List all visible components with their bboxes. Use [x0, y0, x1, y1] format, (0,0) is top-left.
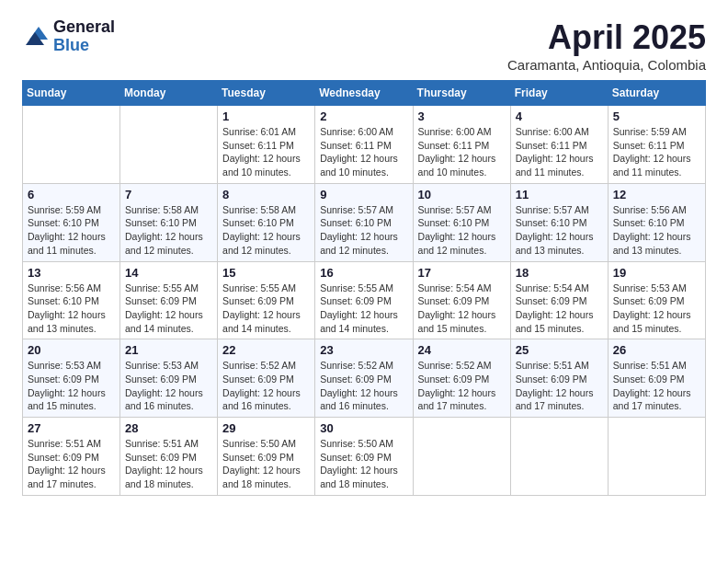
calendar-cell: 15Sunrise: 5:55 AM Sunset: 6:09 PM Dayli…	[218, 261, 315, 339]
day-number: 12	[613, 188, 700, 201]
day-number: 29	[222, 421, 310, 435]
day-info: Sunrise: 6:00 AM Sunset: 6:11 PM Dayligh…	[418, 125, 506, 179]
calendar-cell: 7Sunrise: 5:58 AM Sunset: 6:10 PM Daylig…	[120, 183, 218, 261]
day-number: 6	[28, 188, 115, 201]
weekday-header: Monday	[120, 81, 218, 106]
day-info: Sunrise: 5:59 AM Sunset: 6:10 PM Dayligh…	[28, 203, 115, 258]
day-info: Sunrise: 6:01 AM Sunset: 6:11 PM Dayligh…	[222, 125, 310, 179]
calendar-cell: 23Sunrise: 5:52 AM Sunset: 6:09 PM Dayli…	[315, 339, 413, 418]
day-number: 5	[613, 109, 700, 123]
day-number: 18	[516, 266, 603, 280]
calendar-cell: 29Sunrise: 5:50 AM Sunset: 6:09 PM Dayli…	[218, 418, 315, 496]
day-number: 24	[418, 343, 506, 357]
calendar-week-row: 20Sunrise: 5:53 AM Sunset: 6:09 PM Dayli…	[23, 339, 706, 418]
calendar-cell: 28Sunrise: 5:51 AM Sunset: 6:09 PM Dayli…	[120, 418, 218, 496]
day-info: Sunrise: 5:58 AM Sunset: 6:10 PM Dayligh…	[125, 203, 212, 258]
day-info: Sunrise: 5:53 AM Sunset: 6:09 PM Dayligh…	[125, 359, 212, 413]
calendar-cell: 1Sunrise: 6:01 AM Sunset: 6:11 PM Daylig…	[218, 106, 315, 184]
weekday-header: Thursday	[413, 81, 510, 106]
day-info: Sunrise: 6:00 AM Sunset: 6:11 PM Dayligh…	[320, 125, 407, 179]
calendar-week-row: 13Sunrise: 5:56 AM Sunset: 6:10 PM Dayli…	[23, 261, 706, 339]
day-info: Sunrise: 5:59 AM Sunset: 6:11 PM Dayligh…	[613, 125, 700, 179]
calendar-cell: 8Sunrise: 5:58 AM Sunset: 6:10 PM Daylig…	[218, 183, 315, 261]
calendar-cell: 26Sunrise: 5:51 AM Sunset: 6:09 PM Dayli…	[608, 339, 705, 418]
day-info: Sunrise: 5:52 AM Sunset: 6:09 PM Dayligh…	[222, 359, 310, 413]
day-number: 28	[125, 421, 212, 435]
day-info: Sunrise: 5:53 AM Sunset: 6:09 PM Dayligh…	[28, 359, 115, 413]
day-number: 14	[125, 266, 212, 280]
calendar-cell: 11Sunrise: 5:57 AM Sunset: 6:10 PM Dayli…	[510, 183, 608, 261]
day-number: 19	[613, 266, 700, 280]
day-number: 25	[516, 343, 603, 357]
day-number: 15	[222, 266, 310, 280]
calendar-cell: 19Sunrise: 5:53 AM Sunset: 6:09 PM Dayli…	[608, 261, 705, 339]
month-title: April 2025	[507, 18, 706, 57]
calendar-cell: 20Sunrise: 5:53 AM Sunset: 6:09 PM Dayli…	[23, 339, 120, 418]
calendar-cell	[120, 106, 218, 184]
calendar-cell: 16Sunrise: 5:55 AM Sunset: 6:09 PM Dayli…	[315, 261, 413, 339]
day-info: Sunrise: 5:51 AM Sunset: 6:09 PM Dayligh…	[516, 359, 603, 413]
day-number: 4	[516, 109, 603, 123]
day-info: Sunrise: 5:51 AM Sunset: 6:09 PM Dayligh…	[125, 437, 212, 491]
calendar-cell: 10Sunrise: 5:57 AM Sunset: 6:10 PM Dayli…	[413, 183, 510, 261]
day-number: 20	[28, 343, 115, 357]
day-info: Sunrise: 5:55 AM Sunset: 6:09 PM Dayligh…	[125, 282, 212, 336]
day-number: 23	[320, 343, 407, 357]
calendar-cell: 30Sunrise: 5:50 AM Sunset: 6:09 PM Dayli…	[315, 418, 413, 496]
title-block: April 2025 Caramanta, Antioquia, Colombi…	[507, 18, 706, 73]
day-number: 7	[125, 188, 212, 201]
calendar-cell: 5Sunrise: 5:59 AM Sunset: 6:11 PM Daylig…	[608, 106, 705, 184]
day-number: 10	[418, 188, 506, 201]
calendar-cell	[608, 418, 705, 496]
logo-icon	[22, 23, 50, 51]
day-number: 27	[28, 421, 115, 435]
day-number: 17	[418, 266, 506, 280]
day-info: Sunrise: 5:53 AM Sunset: 6:09 PM Dayligh…	[613, 282, 700, 336]
logo-text: General Blue	[53, 18, 115, 55]
calendar-cell: 18Sunrise: 5:54 AM Sunset: 6:09 PM Dayli…	[510, 261, 608, 339]
day-info: Sunrise: 5:52 AM Sunset: 6:09 PM Dayligh…	[320, 359, 407, 413]
day-info: Sunrise: 5:51 AM Sunset: 6:09 PM Dayligh…	[28, 437, 115, 491]
day-number: 1	[222, 109, 310, 123]
weekday-header: Sunday	[23, 81, 120, 106]
calendar-cell: 2Sunrise: 6:00 AM Sunset: 6:11 PM Daylig…	[315, 106, 413, 184]
day-info: Sunrise: 5:54 AM Sunset: 6:09 PM Dayligh…	[516, 282, 603, 336]
calendar-cell: 3Sunrise: 6:00 AM Sunset: 6:11 PM Daylig…	[413, 106, 510, 184]
logo-blue: Blue	[53, 37, 115, 55]
day-info: Sunrise: 6:00 AM Sunset: 6:11 PM Dayligh…	[516, 125, 603, 179]
calendar-cell: 27Sunrise: 5:51 AM Sunset: 6:09 PM Dayli…	[23, 418, 120, 496]
day-info: Sunrise: 5:51 AM Sunset: 6:09 PM Dayligh…	[613, 359, 700, 413]
calendar-cell: 13Sunrise: 5:56 AM Sunset: 6:10 PM Dayli…	[23, 261, 120, 339]
calendar-cell	[510, 418, 608, 496]
day-number: 30	[320, 421, 407, 435]
day-number: 21	[125, 343, 212, 357]
day-number: 11	[516, 188, 603, 201]
weekday-header: Saturday	[608, 81, 705, 106]
calendar-week-row: 6Sunrise: 5:59 AM Sunset: 6:10 PM Daylig…	[23, 183, 706, 261]
day-info: Sunrise: 5:57 AM Sunset: 6:10 PM Dayligh…	[418, 203, 506, 258]
calendar-week-row: 1Sunrise: 6:01 AM Sunset: 6:11 PM Daylig…	[23, 106, 706, 184]
calendar-cell: 14Sunrise: 5:55 AM Sunset: 6:09 PM Dayli…	[120, 261, 218, 339]
day-info: Sunrise: 5:50 AM Sunset: 6:09 PM Dayligh…	[320, 437, 407, 491]
calendar-cell: 4Sunrise: 6:00 AM Sunset: 6:11 PM Daylig…	[510, 106, 608, 184]
day-info: Sunrise: 5:57 AM Sunset: 6:10 PM Dayligh…	[320, 203, 407, 258]
day-info: Sunrise: 5:56 AM Sunset: 6:10 PM Dayligh…	[28, 282, 115, 336]
page-header: General Blue April 2025 Caramanta, Antio…	[22, 18, 706, 73]
day-number: 13	[28, 266, 115, 280]
day-number: 8	[222, 188, 310, 201]
calendar-cell: 9Sunrise: 5:57 AM Sunset: 6:10 PM Daylig…	[315, 183, 413, 261]
calendar-header-row: SundayMondayTuesdayWednesdayThursdayFrid…	[23, 81, 706, 106]
day-info: Sunrise: 5:52 AM Sunset: 6:09 PM Dayligh…	[418, 359, 506, 413]
calendar-cell: 25Sunrise: 5:51 AM Sunset: 6:09 PM Dayli…	[510, 339, 608, 418]
day-number: 16	[320, 266, 407, 280]
calendar-cell	[23, 106, 120, 184]
logo: General Blue	[22, 18, 115, 55]
calendar-week-row: 27Sunrise: 5:51 AM Sunset: 6:09 PM Dayli…	[23, 418, 706, 496]
calendar-cell	[413, 418, 510, 496]
day-info: Sunrise: 5:55 AM Sunset: 6:09 PM Dayligh…	[222, 282, 310, 336]
location: Caramanta, Antioquia, Colombia	[507, 57, 706, 73]
day-number: 22	[222, 343, 310, 357]
calendar-cell: 24Sunrise: 5:52 AM Sunset: 6:09 PM Dayli…	[413, 339, 510, 418]
calendar-table: SundayMondayTuesdayWednesdayThursdayFrid…	[22, 80, 706, 496]
weekday-header: Friday	[510, 81, 608, 106]
